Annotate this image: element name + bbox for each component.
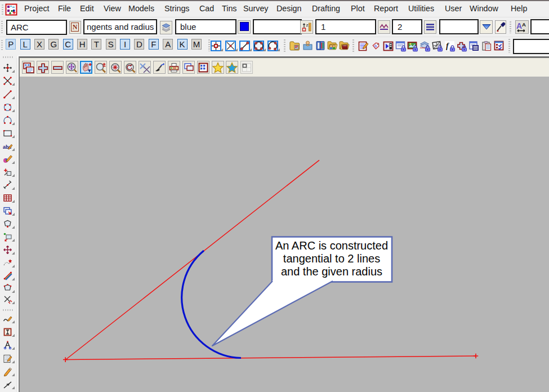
svg-text:tangential to 2 lines: tangential to 2 lines <box>283 252 380 265</box>
svg-text:An ARC is constructed: An ARC is constructed <box>275 239 388 252</box>
svg-text:and the given radius: and the given radius <box>281 265 382 278</box>
